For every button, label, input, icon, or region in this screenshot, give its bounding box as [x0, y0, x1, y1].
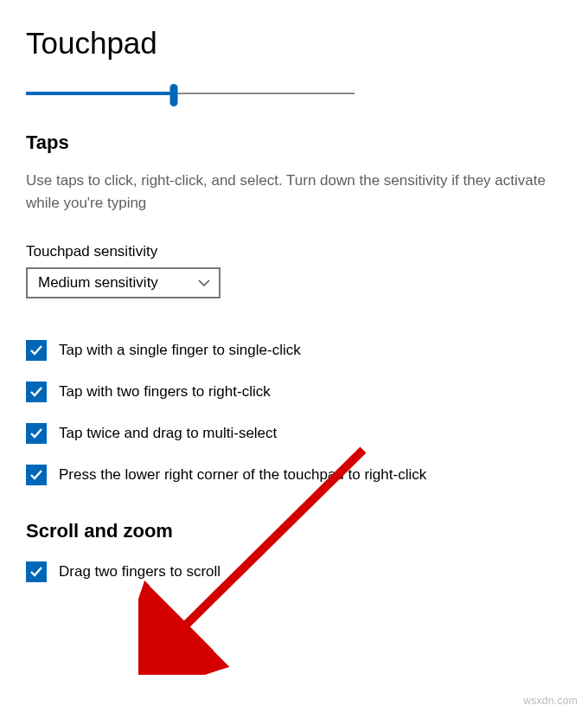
page-title: Touchpad [26, 26, 562, 61]
chevron-down-icon [198, 279, 210, 287]
checkbox-checked-icon[interactable] [26, 561, 47, 582]
option-label: Tap with a single finger to single-click [59, 342, 301, 359]
option-label: Drag two fingers to scroll [59, 563, 220, 581]
taps-description: Use taps to click, right-click, and sele… [26, 170, 553, 214]
slider-thumb[interactable] [170, 84, 178, 106]
checkbox-checked-icon[interactable] [26, 465, 47, 485]
option-label: Tap twice and drag to multi-select [59, 425, 277, 442]
watermark: wsxdn.com [523, 695, 578, 707]
checkbox-checked-icon[interactable] [26, 423, 47, 444]
drag-two-fingers-scroll-option[interactable]: Drag two fingers to scroll [26, 561, 562, 582]
option-label: Press the lower right corner of the touc… [59, 466, 426, 484]
tap-single-click-option[interactable]: Tap with a single finger to single-click [26, 340, 562, 361]
sensitivity-label: Touchpad sensitivity [26, 243, 562, 260]
touchpad-speed-slider[interactable] [26, 81, 355, 107]
slider-fill [26, 92, 174, 95]
tap-two-fingers-right-click-option[interactable]: Tap with two fingers to right-click [26, 382, 562, 402]
tap-twice-drag-option[interactable]: Tap twice and drag to multi-select [26, 423, 562, 444]
taps-heading: Taps [26, 131, 562, 154]
press-lower-right-corner-option[interactable]: Press the lower right corner of the touc… [26, 465, 562, 485]
sensitivity-select[interactable]: Medium sensitivity [26, 267, 220, 298]
sensitivity-value: Medium sensitivity [38, 274, 158, 292]
scroll-zoom-heading: Scroll and zoom [26, 520, 562, 542]
checkbox-checked-icon[interactable] [26, 340, 47, 361]
checkbox-checked-icon[interactable] [26, 382, 47, 402]
option-label: Tap with two fingers to right-click [59, 383, 271, 401]
